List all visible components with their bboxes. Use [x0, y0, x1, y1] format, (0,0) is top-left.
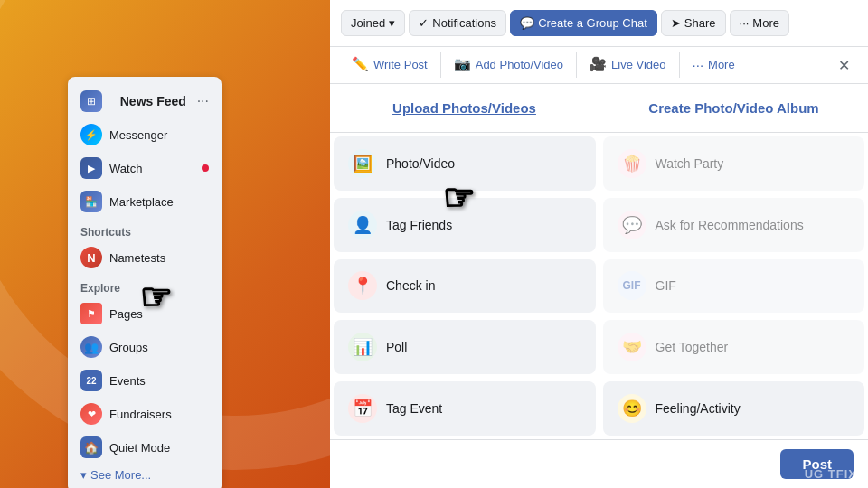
option-tag-event[interactable]: 📅 Tag Event [334, 381, 596, 436]
watch-party-icon: 🍿 [618, 149, 646, 178]
option-watch-party: 🍿 Watch Party [603, 136, 865, 191]
gif-label: GIF [656, 278, 676, 293]
marketplace-label: Marketplace [109, 195, 174, 209]
quiet-mode-label: Quiet Mode [109, 441, 170, 455]
more-button[interactable]: ··· More [730, 10, 789, 36]
add-photo-label: Add Photo/Video [476, 58, 563, 71]
option-feeling-activity[interactable]: 😊 Feeling/Activity [603, 381, 865, 436]
watermark: UG TFIX [805, 467, 857, 481]
fundraisers-label: Fundraisers [109, 408, 172, 421]
create-group-icon: 💬 [520, 16, 534, 30]
feeling-activity-label: Feeling/Activity [656, 401, 741, 416]
tag-friends-icon: 👤 [348, 211, 377, 239]
pages-label: Pages [109, 307, 143, 321]
chevron-down-icon: ▾ [80, 468, 87, 482]
upload-photos-videos-button[interactable]: Upload Photos/Videos [330, 84, 599, 132]
create-album-button[interactable]: Create Photo/Video Album [599, 84, 868, 132]
sidebar-item-pages[interactable]: ⚑ Pages [71, 297, 218, 330]
tab-more[interactable]: ··· More [682, 48, 746, 83]
sidebar: ⊞ News Feed ··· ⚡ Messenger ▶ Watch 🏪 Ma… [68, 77, 222, 488]
sidebar-item-events[interactable]: 22 Events [71, 364, 218, 397]
share-button[interactable]: ➤ Share [661, 10, 726, 36]
tab-divider-1 [440, 52, 441, 78]
top-bar: Joined ▾ ✓ Notifications 💬 Create a Grou… [330, 0, 868, 47]
option-poll[interactable]: 📊 Poll [334, 320, 596, 374]
option-photo-video[interactable]: 🖼️ Photo/Video [334, 136, 596, 191]
live-video-icon: 🎥 [590, 56, 607, 72]
newsfeed-icon: ⊞ [80, 90, 102, 112]
photo-video-icon: 🖼️ [348, 149, 377, 178]
add-photo-icon: 📷 [454, 56, 471, 72]
photo-video-label: Photo/Video [386, 156, 455, 171]
create-group-label: Create a Group Chat [538, 16, 647, 30]
tab-divider-2 [576, 52, 577, 78]
more-dots-icon: ··· [740, 16, 750, 30]
sidebar-item-nametests[interactable]: N Nametests [71, 241, 218, 274]
notifications-check-icon: ✓ [419, 16, 429, 30]
check-in-icon: 📍 [348, 271, 377, 300]
option-check-in[interactable]: 📍 Check in [334, 259, 596, 314]
nametests-label: Nametests [109, 251, 165, 265]
get-together-icon: 🤝 [618, 333, 646, 361]
quiet-mode-icon: 🏠 [80, 436, 102, 458]
create-group-chat-button[interactable]: 💬 Create a Group Chat [510, 10, 657, 36]
write-post-label: Write Post [373, 58, 428, 71]
tab-write-post[interactable]: ✏️ Write Post [341, 47, 439, 83]
newsfeed-more-dots[interactable]: ··· [197, 93, 209, 109]
write-post-icon: ✏️ [352, 56, 369, 72]
post-dialog: ✏️ Write Post 📷 Add Photo/Video 🎥 Live V… [330, 47, 868, 488]
tab-more-label: More [708, 58, 735, 71]
sidebar-item-groups[interactable]: 👥 Groups [71, 331, 218, 363]
groups-icon: 👥 [80, 336, 102, 358]
sidebar-newsfeed-row[interactable]: ⊞ News Feed ··· [71, 85, 218, 117]
sidebar-item-watch[interactable]: ▶ Watch [71, 152, 218, 184]
share-label: Share [684, 16, 716, 30]
close-dialog-button[interactable]: ✕ [830, 52, 857, 79]
create-album-label: Create Photo/Video Album [616, 100, 852, 116]
upload-section: Upload Photos/Videos Create Photo/Video … [330, 84, 868, 133]
tab-divider-3 [679, 52, 680, 78]
notifications-label: Notifications [432, 16, 496, 30]
live-video-label: Live Video [611, 58, 665, 71]
messenger-label: Messenger [109, 128, 167, 142]
pages-icon: ⚑ [80, 303, 102, 324]
joined-label: Joined [351, 16, 385, 30]
watch-label: Watch [109, 162, 142, 175]
sidebar-item-messenger[interactable]: ⚡ Messenger [71, 118, 218, 151]
tab-add-photo-video[interactable]: 📷 Add Photo/Video [443, 47, 574, 83]
post-options-grid: 🖼️ Photo/Video 🍿 Watch Party 👤 Tag Frien… [330, 133, 868, 439]
upload-photos-label: Upload Photos/Videos [346, 100, 582, 116]
poll-label: Poll [386, 340, 407, 354]
sidebar-item-fundraisers[interactable]: ❤ Fundraisers [71, 398, 218, 430]
tag-friends-label: Tag Friends [386, 218, 452, 232]
see-more-label: See More... [90, 468, 151, 482]
dialog-tabs: ✏️ Write Post 📷 Add Photo/Video 🎥 Live V… [330, 47, 868, 84]
marketplace-icon: 🏪 [80, 191, 102, 212]
option-get-together: 🤝 Get Together [603, 320, 865, 374]
sidebar-item-quiet-mode[interactable]: 🏠 Quiet Mode [71, 431, 218, 464]
share-icon: ➤ [671, 16, 681, 30]
joined-chevron-icon: ▾ [389, 16, 395, 30]
joined-button[interactable]: Joined ▾ [341, 10, 405, 36]
get-together-label: Get Together [656, 340, 729, 354]
fundraisers-icon: ❤ [80, 403, 102, 425]
tab-more-icon: ··· [693, 57, 704, 72]
option-tag-friends[interactable]: 👤 Tag Friends [334, 198, 596, 252]
feeling-activity-icon: 😊 [618, 394, 646, 423]
sidebar-item-marketplace[interactable]: 🏪 Marketplace [71, 185, 218, 218]
shortcuts-section-label: Shortcuts [68, 219, 222, 240]
watch-party-label: Watch Party [656, 156, 724, 171]
poll-icon: 📊 [348, 333, 377, 361]
messenger-icon: ⚡ [80, 124, 102, 145]
tag-event-icon: 📅 [348, 394, 377, 423]
check-in-label: Check in [386, 278, 435, 293]
ask-recommendations-icon: 💬 [618, 211, 646, 239]
tag-event-label: Tag Event [386, 401, 442, 416]
more-label: More [752, 16, 779, 30]
gif-icon: GIF [618, 271, 646, 300]
see-more-link[interactable]: ▾ See More... [68, 465, 222, 485]
option-gif: GIF GIF [603, 259, 865, 314]
notifications-button[interactable]: ✓ Notifications [409, 10, 506, 36]
tab-live-video[interactable]: 🎥 Live Video [579, 47, 676, 83]
newsfeed-label: News Feed [120, 94, 186, 108]
